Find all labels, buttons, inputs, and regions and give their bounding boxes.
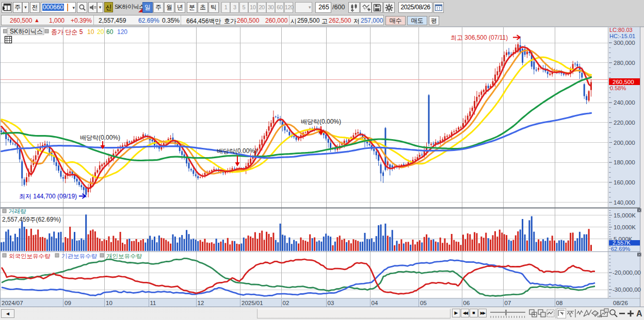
svg-text:배당락(0.00%): 배당락(0.00%): [80, 134, 120, 141]
svg-text:LC:80.03: LC:80.03: [609, 27, 633, 33]
svg-text:-20,000,00: -20,000,00: [613, 270, 641, 276]
svg-text:0.58%: 0.58%: [610, 85, 626, 91]
svg-text:300,000: 300,000: [614, 40, 635, 46]
svg-text:220,000: 220,000: [614, 120, 635, 126]
svg-text:배당락(0.00%): 배당락(0.00%): [301, 118, 341, 125]
svg-text:11: 11: [150, 300, 156, 306]
svg-text:SK하이닉스: SK하이닉스: [10, 28, 43, 35]
svg-text:200,000: 200,000: [614, 140, 635, 146]
svg-text:06: 06: [463, 300, 470, 306]
svg-text:10: 10: [106, 300, 112, 306]
svg-text:20: 20: [97, 28, 104, 36]
svg-text:02: 02: [283, 300, 289, 306]
svg-text:09: 09: [65, 300, 71, 306]
svg-text:15,000K: 15,000K: [614, 212, 636, 218]
svg-text:배당락(0.00%): 배당락(0.00%): [217, 147, 257, 155]
svg-text:거래량: 거래량: [8, 208, 26, 214]
svg-text:외국인보유수량: 외국인보유수량: [9, 253, 51, 259]
svg-text:05: 05: [420, 300, 427, 306]
svg-text:280,000: 280,000: [614, 60, 635, 66]
svg-text:2025/01: 2025/01: [242, 300, 263, 306]
svg-text:180,000: 180,000: [614, 159, 635, 165]
svg-text:60: 60: [106, 28, 114, 36]
svg-text:08/26: 08/26: [613, 300, 628, 306]
svg-text:-30,000,00: -30,000,00: [613, 287, 641, 293]
svg-text:120: 120: [117, 28, 127, 36]
svg-text:140,000: 140,000: [614, 199, 635, 206]
svg-text:10,000K: 10,000K: [614, 224, 636, 230]
svg-text:2,557,459주(62.69%): 2,557,459주(62.69%): [2, 216, 61, 223]
svg-text:07: 07: [505, 300, 511, 306]
svg-text:12: 12: [198, 300, 204, 306]
svg-text:최저 144,700 (09/19): 최저 144,700 (09/19): [19, 193, 77, 200]
svg-text:최고 306,500 (07/11): 최고 306,500 (07/11): [450, 34, 508, 41]
svg-text:개인보유수량: 개인보유수량: [106, 253, 142, 259]
svg-text:2024/07: 2024/07: [2, 300, 23, 306]
svg-text:03: 03: [328, 300, 334, 306]
svg-text:10: 10: [87, 28, 94, 36]
svg-text:종가 단순 5: 종가 단순 5: [51, 28, 83, 36]
svg-text:160,000: 160,000: [614, 179, 635, 186]
svg-text:260,500: 260,500: [613, 79, 634, 85]
svg-text:2,557K: 2,557K: [613, 240, 631, 246]
svg-text:기관보유수량: 기관보유수량: [61, 253, 98, 259]
svg-text:08: 08: [556, 300, 563, 306]
svg-text:62.69%: 62.69%: [611, 246, 631, 252]
svg-text:04: 04: [372, 300, 378, 306]
svg-text:A: A: [636, 309, 642, 318]
svg-text:HC:-15.01: HC:-15.01: [609, 33, 635, 39]
svg-text:240,000: 240,000: [614, 99, 635, 106]
